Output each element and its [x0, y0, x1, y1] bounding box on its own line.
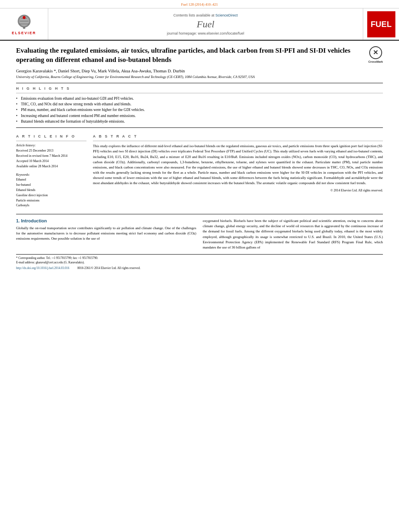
fuel-logo-text: FUEL [370, 20, 391, 29]
two-col-layout: A R T I C L E I N F O Article history: R… [16, 131, 383, 208]
accepted-date: Accepted 10 March 2014 [16, 159, 86, 164]
science-direct-prefix: Contents lists available at [173, 13, 216, 17]
intro-right: oxygenated biofuels. Biofuels have been … [203, 218, 383, 250]
top-citation-bar: Fuel 128 (2014) 410–421 [0, 0, 399, 8]
divider-4 [16, 141, 86, 141]
citation-text: Fuel 128 (2014) 410–421 [181, 2, 218, 6]
highlights-header: H I G H L I G H T S [16, 86, 383, 90]
doi-link[interactable]: http://dx.doi.org/10.1016/j.fuel.2014.03… [16, 266, 69, 270]
keyword-4: Gasoline direct injection [16, 193, 86, 198]
crossmark-label: CrossMark [368, 60, 383, 64]
fuel-logo: FUEL [367, 11, 395, 37]
main-content: Evaluating the regulated emissions, air … [0, 41, 399, 275]
journal-homepage: journal homepage: www.elsevier.com/locat… [167, 31, 244, 35]
highlight-item-5: Butanol blends enhanced the formation of… [16, 119, 383, 124]
abstract-col: A B S T R A C T This study explores the … [93, 131, 383, 208]
article-dates-section: Article history: Received 25 December 20… [16, 144, 86, 169]
highlight-item-2: THC, CO, and NOx did not show strong tre… [16, 101, 383, 107]
keywords-label: Keywords: [16, 173, 86, 177]
abstract-text: This study explores the influence of dif… [93, 144, 383, 186]
keywords-list: Ethanol Iso-butanol Ethanol blends Gasol… [16, 177, 86, 208]
elsevier-logo: ELSEVIER [0, 8, 48, 40]
intro-left-text: Globally the on-road transportation sect… [16, 226, 196, 242]
corresponding-note: * Corresponding author. Tel.: +1 9517815… [16, 256, 383, 261]
article-dates: Received 25 December 2013 Received in re… [16, 148, 86, 169]
available-date: Available online 28 March 2014 [16, 164, 86, 169]
article-title-container: Evaluating the regulated emissions, air … [16, 46, 383, 65]
highlights-list: Emissions evaluation from ethanol and is… [16, 96, 383, 124]
article-info-header: A R T I C L E I N F O [16, 134, 86, 138]
article-title-text: Evaluating the regulated emissions, air … [16, 47, 350, 64]
svg-point-6 [23, 16, 25, 19]
journal-center: Contents lists available at ScienceDirec… [48, 8, 363, 40]
introduction-section: 1. Introduction Globally the on-road tra… [16, 218, 383, 250]
intro-right-text: oxygenated biofuels. Biofuels have been … [203, 218, 383, 250]
copyright-text: © 2014 Elsevier Ltd. All rights reserved… [93, 189, 383, 192]
divider-1 [16, 83, 383, 83]
page-wrapper: Fuel 128 (2014) 410–421 ELSEVIER Content… [0, 0, 399, 532]
science-direct-link[interactable]: ScienceDirect [216, 13, 238, 17]
footnote-section: * Corresponding author. Tel.: +1 9517815… [16, 254, 383, 265]
received-date: Received 25 December 2013 [16, 148, 86, 154]
science-direct-line: Contents lists available at ScienceDirec… [173, 13, 238, 17]
keyword-3: Ethanol blends [16, 188, 86, 193]
elsevier-tree-icon [12, 13, 36, 29]
history-label: Article history: [16, 144, 86, 147]
keywords-section: Keywords: Ethanol Iso-butanol Ethanol bl… [16, 173, 86, 208]
affiliation: University of California, Bourns College… [16, 75, 383, 79]
divider-3 [16, 127, 383, 128]
keyword-6: Carbonyls [16, 203, 86, 208]
elsevier-text: ELSEVIER [12, 31, 36, 35]
divider-6 [16, 214, 383, 214]
highlight-item-1: Emissions evaluation from ethanol and is… [16, 96, 383, 101]
keyword-5: Particle emissions [16, 198, 86, 203]
abstract-header: A B S T R A C T [93, 134, 383, 138]
keyword-2: Iso-butanol [16, 183, 86, 188]
journal-name: Fuel [197, 19, 214, 30]
divider-2 [16, 93, 383, 93]
revised-date: Received in revised form 7 March 2014 [16, 154, 86, 159]
divider-5 [93, 141, 383, 141]
article-info-col: A R T I C L E I N F O Article history: R… [16, 131, 86, 208]
doi-links: http://dx.doi.org/10.1016/j.fuel.2014.03… [16, 266, 383, 270]
crossmark-icon: ✕ [369, 46, 382, 59]
issn-text: 0016-2361/© 2014 Elsevier Ltd. All right… [77, 266, 140, 270]
intro-section-title: 1. Introduction [16, 218, 196, 223]
intro-left-paragraph: Globally the on-road transportation sect… [16, 226, 196, 240]
fuel-logo-box: FUEL [363, 8, 399, 40]
highlight-item-3: PM mass, number, and black carbon emissi… [16, 107, 383, 113]
authors-text: Georgios Karavalakis *, Daniel Short, Di… [16, 69, 185, 73]
crossmark-badge: ✕ CrossMark [368, 46, 383, 64]
keyword-1: Ethanol [16, 177, 86, 183]
email-note: E-mail address: gkaraval@cert.ucr.edu (G… [16, 261, 383, 265]
journal-header: ELSEVIER Contents lists available at Sci… [0, 8, 399, 41]
intro-left: 1. Introduction Globally the on-road tra… [16, 218, 196, 250]
authors: Georgios Karavalakis *, Daniel Short, Di… [16, 69, 383, 73]
highlight-item-4: Increasing ethanol and butanol content r… [16, 113, 383, 119]
